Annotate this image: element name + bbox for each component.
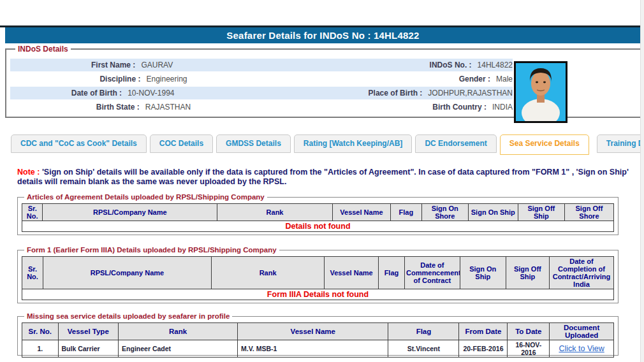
birth-state-label: Birth State : [10, 101, 140, 113]
birth-country-label: Birth Country : [344, 101, 487, 113]
place-of-birth-value: JODHPUR,RAJASTHAN [422, 87, 513, 99]
rank-cell: Engineer Cadet [119, 340, 238, 358]
from-date-cell: 20-FEB-2016 [459, 340, 508, 358]
seafarer-photo [514, 61, 567, 123]
note-prefix: Note : [17, 168, 42, 177]
note-body: 'Sign on Ship' details will be available… [17, 168, 629, 186]
dob-label: Date of Birth : [10, 87, 122, 99]
articles-of-agreement-panel: Articles of Agreement Details uploaded b… [17, 193, 618, 235]
col-sign-on-ship: Sign On Ship [468, 204, 518, 221]
col-flag: Flag [388, 323, 459, 340]
to-date-cell: 16-NOV-2016 [508, 340, 550, 358]
col-sign-off-ship: Sign Off Ship [506, 257, 549, 289]
table-header-row: Sr. No. Vessel Type Rank Vessel Name Fla… [22, 323, 614, 340]
discipline-value: Engineering [140, 73, 347, 85]
col-vessel-name: Vessel Name [332, 204, 390, 221]
col-date-completion: Date of Completion of Contract/Arriving … [549, 257, 613, 289]
col-from-date: From Date [459, 323, 508, 340]
col-sr-no: Sr. No. [22, 323, 59, 340]
click-to-view-link[interactable]: Click to View [559, 344, 604, 353]
col-rank: Rank [119, 323, 238, 340]
col-sign-on-shore: Sign On Shore [421, 204, 468, 221]
missing-sea-service-panel: Missing sea service details uploaded by … [17, 312, 618, 356]
tab-coc-details[interactable]: COC Details [150, 134, 213, 153]
discipline-label: Discipline : [10, 73, 140, 85]
first-name-value: GAURAV [135, 59, 334, 71]
birth-country-value: INDIA [487, 101, 513, 113]
indos-details-legend: INDoS Details [15, 45, 71, 54]
vessel-type-cell: Bulk Carrier [58, 340, 119, 358]
form1-legend: Form 1 (Earlier Form IIIA) Details uploa… [24, 246, 279, 254]
note-text: Note : 'Sign on Ship' details will be av… [17, 168, 639, 187]
empty-message-row: Form IIIA Details not found [22, 289, 614, 300]
indos-no-value: 14HL4822 [472, 59, 513, 71]
detail-row: Date of Birth : 10-NOV-1994 Place of Bir… [10, 87, 513, 99]
col-to-date: To Date [508, 323, 550, 340]
tab-cdc-coc-cook-details[interactable]: CDC and "CoC as Cook" Details [11, 134, 147, 153]
articles-legend: Articles of Agreement Details uploaded b… [24, 193, 267, 201]
col-sign-off-shore: Sign Off Shore [564, 204, 613, 221]
tab-rating-watch-keeping[interactable]: Rating [Watch Keeping/AB] [294, 134, 413, 153]
col-flag: Flag [378, 257, 404, 289]
tab-bar: CDC and "CoC as Cook" Details COC Detail… [11, 134, 644, 155]
articles-table: Sr. No. RPSL/Company Name Rank Vessel Na… [22, 203, 614, 232]
col-sign-off-ship: Sign Off Ship [518, 204, 564, 221]
tab-training-details[interactable]: Training Details [597, 134, 644, 153]
missing-sea-service-table: Sr. No. Vessel Type Rank Vessel Name Fla… [22, 322, 614, 358]
detail-row: Birth State : RAJASTHAN Birth Country : … [10, 101, 513, 113]
page-title: Seafarer Details for INDoS No : 14HL4822 [5, 27, 641, 43]
form-iiia-not-found-message: Form IIIA Details not found [22, 289, 614, 300]
details-not-found-message: Details not found [22, 221, 614, 232]
col-rpsl-company: RPSL/Company Name [43, 257, 211, 289]
tab-dc-endorsement[interactable]: DC Endorsement [415, 134, 496, 153]
col-document-uploaded: Document Uploaded [550, 323, 614, 340]
col-vessel-name: Vessel Name [325, 257, 379, 289]
col-vessel-type: Vessel Type [58, 323, 119, 340]
col-flag: Flag [391, 204, 422, 221]
place-of-birth-label: Place of Birth : [300, 87, 422, 99]
detail-row: First Name : GAURAV INDoS No. : 14HL4822 [10, 59, 513, 71]
gender-label: Gender : [348, 73, 490, 85]
birth-state-value: RAJASTHAN [140, 101, 345, 113]
indos-details-rows: First Name : GAURAV INDoS No. : 14HL4822… [10, 59, 513, 113]
col-rank: Rank [217, 204, 333, 221]
missing-sea-service-legend: Missing sea service details uploaded by … [24, 312, 232, 320]
col-rpsl-company: RPSL/Company Name [43, 204, 217, 221]
dob-value: 10-NOV-1994 [122, 87, 300, 99]
tab-sea-service-details[interactable]: Sea Service Details [500, 134, 589, 155]
table-header-row: Sr. No. RPSL/Company Name Rank Vessel Na… [22, 204, 614, 221]
col-sr-no: Sr. No. [22, 204, 43, 221]
col-sr-no: Sr. No. [22, 257, 43, 289]
gender-value: Male [490, 73, 513, 85]
indos-no-label: INDoS No. : [334, 59, 472, 71]
empty-message-row: Details not found [22, 221, 614, 232]
detail-row: Discipline : Engineering Gender : Male [10, 73, 513, 85]
form1-panel: Form 1 (Earlier Form IIIA) Details uploa… [17, 246, 618, 303]
sr-no-cell: 1. [22, 340, 59, 358]
col-sign-on-ship: Sign On Ship [460, 257, 506, 289]
tab-gmdss-details[interactable]: GMDSS Details [216, 134, 291, 153]
first-name-label: First Name : [10, 59, 135, 71]
indos-details-panel: INDoS Details First Name : GAURAV INDoS … [5, 45, 643, 118]
table-row: 1. Bulk Carrier Engineer Cadet M.V. MSB-… [22, 340, 614, 358]
table-header-row: Sr. No. RPSL/Company Name Rank Vessel Na… [22, 257, 614, 289]
vessel-name-cell: M.V. MSB-1 [238, 340, 388, 358]
col-rank: Rank [211, 257, 324, 289]
col-vessel-name: Vessel Name [238, 323, 388, 340]
vertical-scrollbar[interactable] [640, 0, 644, 362]
flag-cell: St.Vincent [388, 340, 459, 358]
col-date-commencement: Date of Commencement of Contract [405, 257, 460, 289]
form1-table: Sr. No. RPSL/Company Name Rank Vessel Na… [22, 256, 614, 300]
